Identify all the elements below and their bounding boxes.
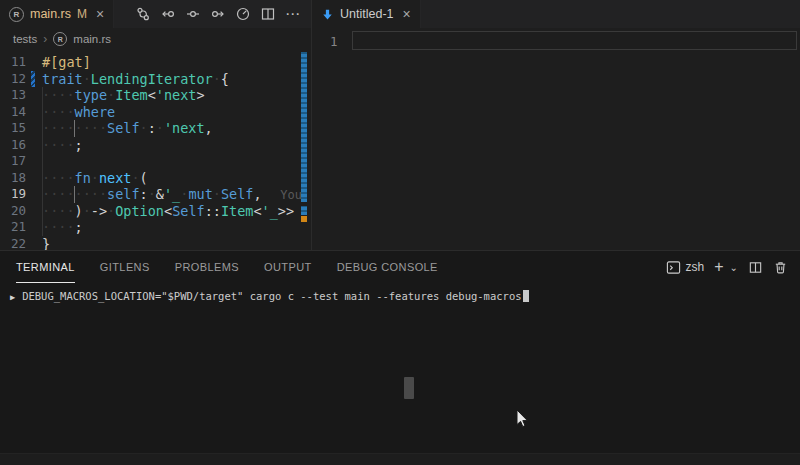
code-line-17[interactable]: 17	[0, 153, 311, 170]
rust-file-icon: R	[53, 32, 67, 46]
split-editor-icon[interactable]	[258, 4, 278, 24]
kill-terminal-icon[interactable]	[773, 260, 788, 275]
tab-main-rs[interactable]: R main.rs M ×	[0, 0, 114, 28]
code-line-22[interactable]: 22}	[0, 236, 311, 251]
editor-area: R main.rs M ×	[0, 0, 800, 250]
close-icon[interactable]: ×	[403, 7, 411, 21]
indent-guide	[42, 203, 43, 220]
breadcrumb: tests › R main.rs	[0, 28, 311, 50]
terminal-command: DEBUG_MACROS_LOCATION="$PWD/target" carg…	[22, 290, 521, 302]
panel-actions: zsh + ⌄	[666, 251, 788, 283]
mouse-cursor	[516, 410, 530, 430]
line-number: 16	[0, 137, 26, 154]
code-line-13[interactable]: 13····type·Item<'next>	[0, 87, 311, 104]
code-line-18[interactable]: 18····fn·next·(	[0, 170, 311, 187]
stray-cursor-block	[404, 377, 414, 399]
current-line-highlight	[352, 31, 797, 50]
terminal-icon	[666, 260, 681, 275]
gitlens-compare-icon[interactable]	[133, 4, 153, 24]
code-editor[interactable]: 11#[gat]12trait·LendingIterator·{13····t…	[0, 50, 311, 250]
chevron-right-icon: ›	[43, 32, 47, 46]
code-line-15[interactable]: 15········Self·:·'next,	[0, 120, 311, 137]
line-number: 21	[0, 219, 26, 236]
indent-guide	[42, 153, 43, 170]
close-icon[interactable]: ×	[96, 7, 104, 21]
code-line-21[interactable]: 21····;	[0, 219, 311, 236]
gitlens-blame-annotation: You	[280, 187, 302, 204]
panel-tab-debug-console[interactable]: DEBUG CONSOLE	[337, 251, 438, 283]
indent-guide	[42, 87, 43, 104]
overview-warning-marker	[301, 216, 307, 222]
tab-label: main.rs	[30, 7, 71, 21]
indent-guide	[42, 170, 43, 187]
line-number: 19	[0, 186, 26, 203]
code-lines: 11#[gat]12trait·LendingIterator·{13····t…	[0, 54, 311, 250]
split-terminal-icon[interactable]	[748, 260, 763, 275]
next-change-icon[interactable]	[208, 4, 228, 24]
vscode-window: R main.rs M ×	[0, 0, 800, 465]
tab-untitled-1[interactable]: Untitled-1 ×	[312, 0, 421, 28]
editor-group-1: R main.rs M ×	[0, 0, 311, 250]
panel-bottom-strip	[0, 453, 800, 465]
overview-modified-marker	[301, 52, 307, 202]
more-actions-icon[interactable]: ⋯	[283, 4, 303, 24]
overview-ruler[interactable]	[300, 50, 308, 250]
terminal-shell-button[interactable]: zsh	[666, 260, 705, 275]
indent-guide	[74, 120, 75, 137]
overview-modified-marker	[301, 206, 307, 215]
panel-tabs: TERMINALGITLENSPROBLEMSOUTPUTDEBUG CONSO…	[16, 251, 438, 283]
panel-tab-output[interactable]: OUTPUT	[264, 251, 312, 283]
line-number: 11	[0, 54, 26, 71]
breadcrumb-file[interactable]: main.rs	[73, 33, 111, 45]
code-line-12[interactable]: 12trait·LendingIterator·{	[0, 71, 311, 88]
bottom-panel: TERMINALGITLENSPROBLEMSOUTPUTDEBUG CONSO…	[0, 250, 800, 465]
plain-text-file-icon	[321, 8, 334, 21]
panel-tab-terminal[interactable]: TERMINAL	[16, 251, 75, 283]
indent-guide	[42, 137, 43, 154]
shell-name: zsh	[686, 260, 705, 274]
panel-header: TERMINALGITLENSPROBLEMSOUTPUTDEBUG CONSO…	[0, 251, 800, 283]
indent-guide	[42, 219, 43, 236]
line-number: 14	[0, 104, 26, 121]
git-modified-gutter-indicator	[31, 71, 35, 88]
breadcrumb-folder[interactable]: tests	[13, 33, 37, 45]
line-number: 20	[0, 203, 26, 220]
line-number: 17	[0, 153, 26, 170]
panel-tab-problems[interactable]: PROBLEMS	[175, 251, 239, 283]
code-line-20[interactable]: 20····)·->·Option<Self::Item<'_>>	[0, 203, 311, 220]
rust-file-icon: R	[9, 7, 24, 22]
editor-toolbar: ⋯	[133, 0, 311, 28]
prompt-arrow-icon: ▶	[10, 292, 15, 302]
indent-guide	[42, 186, 43, 203]
chevron-down-icon[interactable]: ⌄	[730, 262, 738, 273]
previous-change-icon[interactable]	[158, 4, 178, 24]
git-modified-badge: M	[77, 7, 87, 21]
editor-group-2: Untitled-1 × 1	[312, 0, 800, 250]
line-number: 1	[330, 34, 338, 49]
tab-bar-group-2: Untitled-1 ×	[312, 0, 800, 28]
code-line-11[interactable]: 11#[gat]	[0, 54, 311, 71]
indent-guide	[42, 104, 43, 121]
changes-icon[interactable]	[183, 4, 203, 24]
line-number: 12	[0, 71, 26, 88]
line-number: 15	[0, 120, 26, 137]
code-line-14[interactable]: 14····where	[0, 104, 311, 121]
tab-bar-group-1: R main.rs M ×	[0, 0, 311, 28]
tab-label: Untitled-1	[340, 7, 394, 21]
line-number: 18	[0, 170, 26, 187]
terminal-content[interactable]: ▶DEBUG_MACROS_LOCATION="$PWD/target" car…	[0, 283, 800, 302]
file-history-icon[interactable]	[233, 4, 253, 24]
line-number: 13	[0, 87, 26, 104]
terminal-cursor	[523, 290, 529, 302]
code-line-16[interactable]: 16····;	[0, 137, 311, 154]
panel-tab-gitlens[interactable]: GITLENS	[100, 251, 150, 283]
line-number: 22	[0, 236, 26, 251]
indent-guide	[42, 120, 43, 137]
new-terminal-icon[interactable]: +	[714, 259, 723, 275]
indent-guide	[74, 186, 75, 203]
untitled-editor[interactable]: 1	[312, 28, 800, 250]
code-line-19[interactable]: 19········self:·&'_·mut·Self,	[0, 186, 311, 203]
